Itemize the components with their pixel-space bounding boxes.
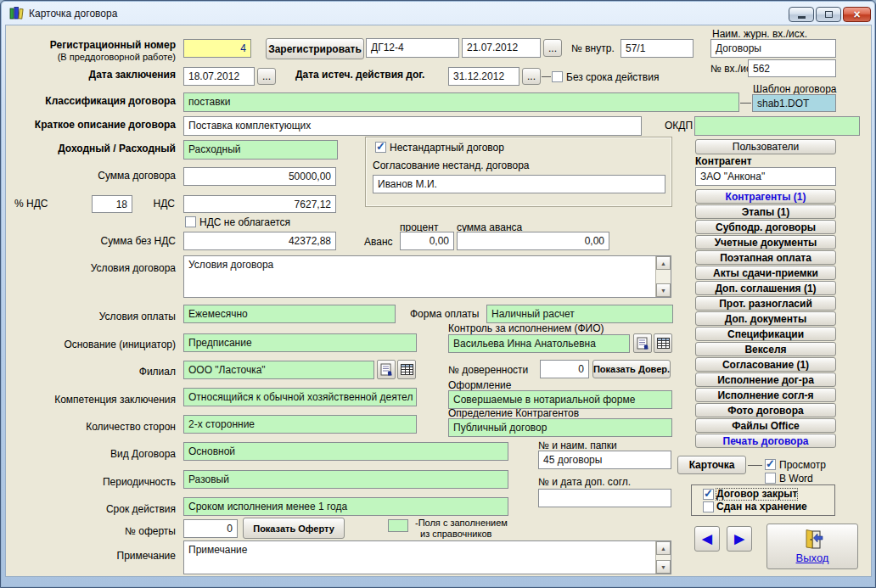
archived-checkbox[interactable] — [703, 501, 714, 512]
vat-field[interactable]: 7627,12 — [183, 195, 336, 213]
sides-count-field[interactable]: 2-х сторонние — [183, 415, 417, 434]
contract-terms-textarea[interactable]: Условия договора ▲ ▼ — [183, 255, 671, 298]
note-value: Примечание — [188, 544, 247, 556]
branch-field[interactable]: ООО "Ласточка" — [183, 361, 374, 379]
vat-exempt-checkbox[interactable] — [185, 216, 196, 227]
payment-form-label: Форма оплаты — [410, 309, 479, 320]
acceptance-acts-button[interactable]: Акты сдачи-приемки — [695, 266, 836, 280]
periodicity-field[interactable]: Разовый — [183, 470, 508, 489]
sides-count-label: Количество сторон — [9, 422, 176, 433]
contract-closed-checkbox[interactable] — [703, 489, 714, 500]
approval-button[interactable]: Согласование (1) — [695, 357, 836, 372]
scrollbar[interactable]: ▲ ▼ — [655, 541, 671, 574]
formalization-field[interactable]: Совершаемые в нотариальной форме — [448, 390, 672, 409]
additional-docs-button[interactable]: Доп. документы — [695, 311, 836, 326]
card-button[interactable]: Карточка — [677, 456, 746, 474]
conclusion-date-field[interactable]: 18.07.2012 — [183, 67, 255, 86]
office-files-button[interactable]: Файлы Office — [695, 418, 836, 433]
disagreement-protocols-button[interactable]: Прот. разногласий — [695, 296, 836, 311]
duration-field[interactable]: Сроком исполнения менее 1 года — [183, 497, 508, 516]
subcontracts-button[interactable]: Субподр. договоры — [695, 220, 836, 234]
folder-field[interactable]: 45 договоры — [538, 451, 671, 469]
print-contract-button[interactable]: Печать договора — [695, 434, 836, 448]
scroll-up-icon[interactable]: ▲ — [656, 541, 671, 555]
scrollbar[interactable]: ▲ ▼ — [655, 256, 671, 297]
advance-percent-field[interactable]: 0,00 — [400, 232, 454, 250]
income-expense-field[interactable]: Расходный — [183, 140, 338, 160]
close-button[interactable]: × — [843, 7, 871, 22]
counterparty-field[interactable]: ЗАО "Анкона" — [695, 167, 836, 186]
legend-swatch — [388, 519, 408, 532]
competence-field[interactable]: Относящийся к обычной хозяйственной деят… — [183, 388, 417, 406]
minimize-button[interactable] — [789, 7, 814, 22]
directory-lookup-icon[interactable] — [633, 333, 652, 353]
sum-no-vat-field[interactable]: 42372,88 — [183, 232, 336, 250]
maximize-button[interactable] — [816, 7, 841, 22]
nonstandard-approval-label: Согласование нестанд. договора — [373, 160, 530, 171]
connector-line — [748, 465, 762, 466]
journal-io-field[interactable]: 562 — [748, 59, 836, 77]
show-offer-button[interactable]: Показать Оферту — [243, 518, 345, 539]
registration-date-picker-button[interactable]: ... — [543, 39, 562, 57]
table-view-icon[interactable] — [397, 360, 416, 379]
show-poa-button[interactable]: Показать Довер. — [592, 360, 671, 378]
payment-terms-field[interactable]: Ежемесячно — [183, 305, 396, 323]
scroll-down-icon[interactable]: ▼ — [656, 560, 671, 574]
staged-payment-button[interactable]: Поэтапная оплата — [695, 250, 836, 265]
counterparties-button[interactable]: Контрагенты (1) — [695, 189, 836, 204]
vat-percent-field[interactable]: 18 — [92, 195, 132, 213]
execution-control-field[interactable]: Васильева Инна Анатольевна — [448, 334, 630, 353]
vat-label: НДС — [128, 199, 175, 210]
specifications-button[interactable]: Спецификации — [695, 327, 836, 341]
payment-form-field[interactable]: Наличный расчет — [486, 305, 673, 323]
basis-field[interactable]: Предписание — [183, 333, 417, 352]
note-textarea[interactable]: Примечание ▲ ▼ — [183, 540, 671, 574]
no-term-checkbox[interactable] — [552, 71, 563, 82]
contract-code-field[interactable]: ДГ12-4 — [366, 38, 459, 58]
maximize-icon — [825, 11, 833, 18]
registration-number-field[interactable]: 4 — [183, 39, 251, 58]
minimize-icon — [798, 16, 806, 19]
contract-photo-button[interactable]: Фото договора — [695, 403, 836, 417]
word-checkbox[interactable] — [765, 473, 776, 484]
nonstandard-checkbox[interactable] — [375, 142, 386, 153]
contract-execution-button[interactable]: Исполнение дог-ра — [695, 372, 836, 387]
note-label: Примечание — [9, 551, 176, 562]
internal-number-field[interactable]: 57/1 — [620, 39, 694, 58]
advance-sum-field[interactable]: 0,00 — [457, 232, 609, 250]
previous-record-button[interactable]: ◀ — [694, 526, 720, 552]
nonstandard-label: Нестандартный договор — [390, 143, 504, 154]
directory-lookup-icon[interactable] — [377, 360, 396, 379]
preview-checkbox[interactable] — [765, 459, 776, 470]
poa-number-field[interactable]: 0 — [540, 360, 589, 378]
register-button[interactable]: Зарегистрировать — [266, 38, 364, 59]
stages-button[interactable]: Этапы (1) — [695, 204, 836, 219]
title-bar[interactable]: Карточка договора × — [1, 1, 875, 25]
conclusion-date-picker-button[interactable]: ... — [257, 68, 276, 85]
addendums-button[interactable]: Доп. соглашения (1) — [695, 281, 836, 295]
scroll-down-icon[interactable]: ▼ — [656, 283, 671, 297]
counterparty-definition-field[interactable]: Публичный договор — [448, 418, 672, 437]
journal-name-field[interactable]: Договоры — [710, 39, 836, 58]
word-label: В Word — [779, 473, 813, 484]
contract-kind-field[interactable]: Основной — [183, 442, 508, 461]
agreement-execution-button[interactable]: Исполнение согл-я — [695, 388, 836, 402]
next-record-button[interactable]: ▶ — [727, 526, 752, 552]
promissory-notes-button[interactable]: Векселя — [695, 342, 836, 356]
offer-number-field[interactable]: 0 — [183, 519, 238, 538]
okdp-field[interactable] — [694, 116, 860, 136]
contract-sum-field[interactable]: 50000,00 — [183, 167, 336, 186]
scroll-up-icon[interactable]: ▲ — [656, 256, 671, 270]
users-button[interactable]: Пользователи — [695, 139, 836, 154]
nonstandard-approval-field[interactable]: Иванов М.И. — [373, 175, 665, 193]
registration-date-field[interactable]: 21.07.2012 — [462, 38, 541, 58]
template-field[interactable]: shab1.DOT — [752, 94, 836, 112]
table-view-icon[interactable] — [654, 333, 672, 353]
exit-button[interactable]: Выход — [766, 524, 858, 569]
accounting-docs-button[interactable]: Учетные документы — [695, 235, 836, 249]
expiry-date-picker-button[interactable]: ... — [522, 68, 541, 85]
classification-field[interactable]: поставки — [183, 92, 739, 112]
additional-agreement-field[interactable] — [538, 489, 671, 507]
expiry-date-field[interactable]: 31.12.2012 — [448, 67, 519, 86]
description-field[interactable]: Поставка комплектующих — [183, 116, 642, 136]
